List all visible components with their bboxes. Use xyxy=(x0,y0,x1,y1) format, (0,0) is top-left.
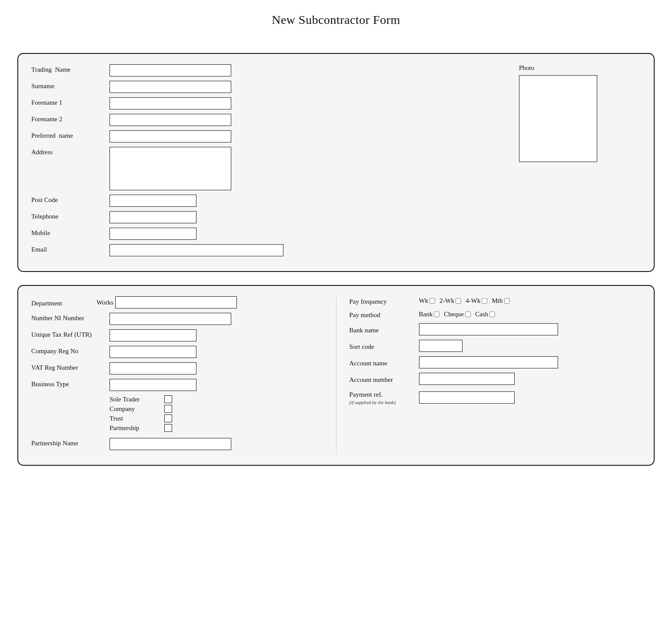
forename1-input[interactable] xyxy=(110,97,231,109)
account-name-label: Account name xyxy=(349,358,419,367)
email-input[interactable] xyxy=(110,244,283,256)
cheque-option: Cheque xyxy=(444,311,471,318)
account-number-row: Account number xyxy=(349,373,641,385)
address-input[interactable] xyxy=(110,147,231,190)
bank-option: Bank xyxy=(419,311,440,318)
photo-box xyxy=(519,75,597,162)
forename2-input[interactable] xyxy=(110,114,231,126)
account-number-label: Account number xyxy=(349,374,419,384)
business-type-label: Business Type xyxy=(31,379,110,388)
partnership-name-input[interactable] xyxy=(110,438,231,450)
cash-label: Cash xyxy=(475,311,488,318)
business-type-checkboxes: Sole Trader Company Trust Partnership xyxy=(110,395,323,432)
email-label: Email xyxy=(31,244,110,253)
company-row: Company xyxy=(110,405,323,413)
4wk-label: 4-Wk xyxy=(466,297,480,305)
mth-checkbox[interactable] xyxy=(504,298,510,304)
business-type-input[interactable] xyxy=(110,379,196,391)
surname-row: Surname xyxy=(31,81,476,93)
company-reg-input[interactable] xyxy=(110,346,196,358)
employment-right: Pay frequency Wk 2-Wk 4-Wk xyxy=(336,296,641,454)
bank-label: Bank xyxy=(419,311,433,318)
4wk-option: 4-Wk xyxy=(466,297,487,305)
photo-label: Photo xyxy=(519,64,534,72)
pay-frequency-label: Pay frequency xyxy=(349,296,419,305)
partnership-name-label: Partnership Name xyxy=(31,438,110,447)
pay-method-row: Pay method Bank Cheque Cash xyxy=(349,310,641,319)
account-name-row: Account name xyxy=(349,356,641,368)
payment-ref-row: Payment ref. (if supplied by the bank) xyxy=(349,389,641,406)
partnership-checkbox[interactable] xyxy=(164,424,172,432)
company-label: Company xyxy=(110,405,162,413)
utr-input[interactable] xyxy=(110,329,196,341)
cheque-label: Cheque xyxy=(444,311,464,318)
cheque-checkbox[interactable] xyxy=(465,312,471,317)
2wk-checkbox[interactable] xyxy=(456,298,461,304)
wk-label: Wk xyxy=(419,297,429,305)
company-reg-row: Company Reg No xyxy=(31,346,323,358)
works-label: Works xyxy=(96,299,113,306)
company-checkbox[interactable] xyxy=(164,405,172,413)
bank-checkbox[interactable] xyxy=(434,312,439,317)
utr-label: Unique Tax Ref (UTR) xyxy=(31,329,110,338)
trading-name-label: Trading Name xyxy=(31,64,110,73)
account-name-input[interactable] xyxy=(419,356,558,368)
payment-ref-text: Payment ref. xyxy=(349,391,383,398)
sole-trader-checkbox[interactable] xyxy=(164,395,172,403)
email-row: Email xyxy=(31,244,476,256)
4wk-checkbox[interactable] xyxy=(482,298,487,304)
personal-details-section: Trading Name Surname Forename 1 Forename… xyxy=(17,53,655,272)
vat-reg-label: VAT Reg Number xyxy=(31,362,110,371)
mth-label: Mth xyxy=(492,297,502,305)
sort-code-input[interactable] xyxy=(419,340,462,352)
pay-method-label: Pay method xyxy=(349,310,419,319)
payment-ref-note: (if supplied by the bank) xyxy=(349,400,396,405)
wk-checkbox[interactable] xyxy=(429,298,435,304)
preferred-name-input[interactable] xyxy=(110,130,231,142)
page-title: New Subcontractor Form xyxy=(17,13,655,27)
bank-name-row: Bank name xyxy=(349,323,641,335)
ni-number-label: Number NI Number xyxy=(31,313,110,322)
pay-method-options: Bank Cheque Cash xyxy=(419,311,496,318)
surname-input[interactable] xyxy=(110,81,231,93)
cash-option: Cash xyxy=(475,311,495,318)
post-code-row: Post Code xyxy=(31,195,476,207)
ni-number-row: Number NI Number xyxy=(31,313,323,325)
preferred-name-label: Preferred name xyxy=(31,130,110,139)
ni-number-input[interactable] xyxy=(110,313,231,325)
forename1-row: Forename 1 xyxy=(31,97,476,109)
bank-name-input[interactable] xyxy=(419,323,558,335)
utr-row: Unique Tax Ref (UTR) xyxy=(31,329,323,341)
wk-option: Wk xyxy=(419,297,436,305)
personal-details-left: Trading Name Surname Forename 1 Forename… xyxy=(31,64,476,261)
mobile-input[interactable] xyxy=(110,228,196,240)
mobile-label: Mobile xyxy=(31,228,110,237)
works-input[interactable] xyxy=(115,296,237,308)
trust-checkbox[interactable] xyxy=(164,414,172,422)
telephone-input[interactable] xyxy=(110,211,196,223)
post-code-input[interactable] xyxy=(110,195,196,207)
trust-label: Trust xyxy=(110,415,162,422)
pay-frequency-row: Pay frequency Wk 2-Wk 4-Wk xyxy=(349,296,641,305)
vat-reg-row: VAT Reg Number xyxy=(31,362,323,374)
sort-code-row: Sort code xyxy=(349,340,641,352)
business-type-row: Business Type xyxy=(31,379,323,391)
address-row: Address xyxy=(31,147,476,190)
forename1-label: Forename 1 xyxy=(31,97,110,106)
sort-code-label: Sort code xyxy=(349,341,419,351)
address-label: Address xyxy=(31,147,110,156)
telephone-label: Telephone xyxy=(31,211,110,220)
trading-name-input[interactable] xyxy=(110,64,231,76)
employment-left: Department Works Number NI Number Unique… xyxy=(31,296,336,454)
2wk-label: 2-Wk xyxy=(439,297,454,305)
account-number-input[interactable] xyxy=(419,373,515,385)
forename2-label: Forename 2 xyxy=(31,114,110,123)
pay-freq-options: Wk 2-Wk 4-Wk Mth xyxy=(419,297,510,305)
mth-option: Mth xyxy=(492,297,509,305)
bank-name-label: Bank name xyxy=(349,325,419,334)
2wk-option: 2-Wk xyxy=(439,297,461,305)
vat-reg-input[interactable] xyxy=(110,362,196,374)
sole-trader-row: Sole Trader xyxy=(110,395,323,403)
cash-checkbox[interactable] xyxy=(489,312,495,317)
payment-ref-input[interactable] xyxy=(419,391,515,404)
